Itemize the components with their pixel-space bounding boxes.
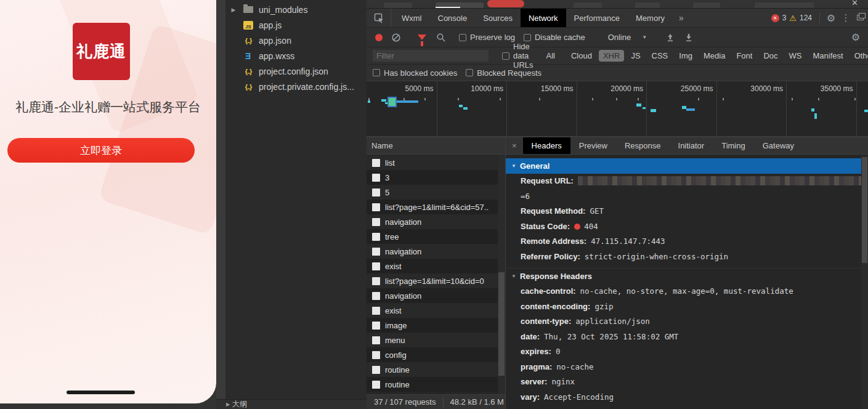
details-tab-preview[interactable]: Preview <box>570 137 616 154</box>
export-har-icon[interactable] <box>684 33 694 43</box>
filter-type-other[interactable]: Other <box>850 50 868 62</box>
request-row[interactable]: config <box>367 347 498 362</box>
details-scrollbar[interactable] <box>861 155 868 409</box>
disable-cache-checkbox[interactable]: Disable cache <box>524 33 585 42</box>
request-row[interactable]: routine <box>367 377 498 392</box>
file-row-app-wxss[interactable]: Eapp.wxss <box>225 48 367 63</box>
json-icon: {..} <box>245 68 252 75</box>
requests-count: 37 / 107 requests <box>367 397 443 407</box>
hide-data-urls-checkbox[interactable]: Hide data URLs <box>502 42 533 70</box>
record-icon[interactable] <box>375 34 383 41</box>
simulator-preview: 礼鹿通 礼鹿通-企业礼赠一站式服务平台 立即登录 <box>0 0 216 403</box>
file-row-app-json[interactable]: {..}app.json <box>225 33 367 48</box>
network-settings-gear-icon[interactable]: ⚙ <box>848 31 863 43</box>
clipped-button[interactable] <box>755 2 814 8</box>
file-row-project-private-config-js---[interactable]: {..}project.private.config.js... <box>225 79 367 94</box>
clipped-button[interactable] <box>635 2 660 8</box>
request-row[interactable]: navigation <box>367 288 498 303</box>
request-row[interactable]: image <box>367 318 498 333</box>
filter-type-all[interactable]: All <box>542 50 559 62</box>
blocked-requests-checkbox[interactable]: Blocked Requests <box>466 68 541 78</box>
file-row-app-js[interactable]: JSapp.js <box>225 17 367 33</box>
request-row[interactable]: menu <box>367 333 498 347</box>
scrollbar-thumb[interactable] <box>862 157 867 263</box>
filter-type-js[interactable]: JS <box>627 50 644 62</box>
close-details-icon[interactable]: × <box>506 137 523 154</box>
clipped-button[interactable] <box>384 2 412 8</box>
details-tab-timing[interactable]: Timing <box>713 137 754 154</box>
details-tab-response[interactable]: Response <box>616 137 670 154</box>
request-row[interactable]: 3 <box>367 170 498 185</box>
more-tabs-button[interactable]: » <box>673 9 690 27</box>
general-section-header[interactable]: ▼ General <box>506 158 861 174</box>
header-value: gzip <box>594 302 613 311</box>
undock-icon[interactable] <box>853 9 868 27</box>
request-row[interactable]: exist <box>367 303 498 318</box>
request-row[interactable]: list?page=1&limit=6&cid=57.. <box>367 200 498 214</box>
request-row[interactable]: routine <box>367 362 498 377</box>
request-row[interactable]: navigation <box>367 244 498 259</box>
response-headers-section-header[interactable]: ▼ Response Headers <box>506 268 861 284</box>
request-row[interactable]: exist <box>367 259 498 273</box>
close-icon[interactable]: ✕ <box>851 0 858 7</box>
file-label: app.json <box>259 36 291 46</box>
file-row-uni-modules[interactable]: ▶uni_modules <box>225 2 367 17</box>
request-list-scrollbar[interactable] <box>498 155 505 394</box>
clear-icon[interactable] <box>391 33 401 43</box>
login-button[interactable]: 立即登录 <box>7 138 195 163</box>
details-tab-initiator[interactable]: Initiator <box>670 137 713 154</box>
network-overview-timeline[interactable]: 5000 ms10000 ms15000 ms20000 ms25000 ms3… <box>367 81 868 137</box>
filter-type-ws[interactable]: WS <box>785 50 806 62</box>
has-blocked-cookies-checkbox[interactable]: Has blocked cookies <box>373 68 457 78</box>
header-value: no-cache, no-store, max-age=0, must-reva… <box>580 286 793 296</box>
outline-section[interactable]: ▶ 大纲 <box>216 399 367 409</box>
filter-type-cloud[interactable]: Cloud <box>567 50 596 62</box>
name-column-header[interactable]: Name <box>367 137 505 155</box>
tab-sources[interactable]: Sources <box>475 9 521 27</box>
document-icon <box>372 277 380 285</box>
file-row-project-config-json[interactable]: {..}project.config.json <box>225 63 367 79</box>
request-row[interactable]: tree <box>367 229 498 244</box>
settings-gear-icon[interactable]: ⚙ <box>824 9 838 27</box>
import-har-icon[interactable] <box>665 33 675 43</box>
filter-type-img[interactable]: Img <box>675 50 697 62</box>
tab-wxml[interactable]: Wxml <box>394 9 430 27</box>
search-icon[interactable] <box>436 33 446 43</box>
tab-memory[interactable]: Memory <box>628 9 673 27</box>
filter-type-media[interactable]: Media <box>699 50 729 62</box>
preserve-log-checkbox[interactable]: Preserve log <box>459 33 515 42</box>
scrollbar-thumb[interactable] <box>498 272 505 376</box>
kebab-menu-icon[interactable]: ⋮ <box>838 9 853 27</box>
request-row[interactable]: list <box>367 155 498 170</box>
panel-resizer[interactable] <box>216 0 225 409</box>
filter-type-doc[interactable]: Doc <box>759 50 782 62</box>
filter-type-css[interactable]: CSS <box>647 50 673 62</box>
request-row[interactable]: 5 <box>367 185 498 200</box>
throttling-select[interactable]: Online ▼ <box>608 33 647 42</box>
filter-type-font[interactable]: Font <box>732 50 756 62</box>
filter-type-manifest[interactable]: Manifest <box>808 50 847 62</box>
filter-input[interactable] <box>373 50 489 62</box>
details-tab-headers[interactable]: Headers <box>523 137 570 154</box>
clipped-button[interactable] <box>574 2 602 8</box>
clipped-button[interactable] <box>693 2 720 8</box>
request-row[interactable]: list?page=1&limit=10&cid=0 <box>367 273 498 288</box>
timeline-minor-tick <box>723 98 724 100</box>
timeline-minor-tick <box>592 98 593 100</box>
request-row[interactable]: navigation <box>367 214 498 229</box>
details-tab-gateway[interactable]: Gateway <box>754 137 803 154</box>
wxss-icon: E <box>245 51 251 61</box>
filter-type-xhr[interactable]: XHR <box>599 50 624 62</box>
general-title: General <box>520 161 550 171</box>
request-activity-marker <box>463 107 468 110</box>
network-main: Name list35list?page=1&limit=6&cid=57..n… <box>367 137 868 409</box>
filter-icon[interactable] <box>418 34 426 40</box>
tab-performance[interactable]: Performance <box>566 9 628 27</box>
inspect-element-button[interactable] <box>367 9 391 27</box>
tab-network[interactable]: Network <box>521 9 566 27</box>
request-name: exist <box>385 262 402 271</box>
devtools-tabbar: WxmlConsoleSourcesNetworkPerformanceMemo… <box>367 8 868 27</box>
request-details-panel: × HeadersPreviewResponseInitiatorTimingG… <box>505 137 868 409</box>
console-badges[interactable]: ✕ 3 ⚠ 124 <box>771 9 816 27</box>
tab-console[interactable]: Console <box>430 9 476 27</box>
